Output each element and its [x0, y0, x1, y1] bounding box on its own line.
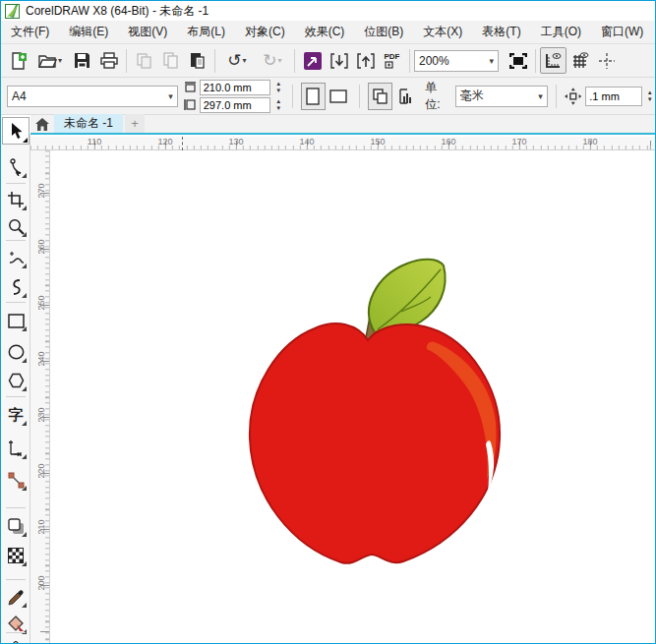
- tool-text[interactable]: 字: [3, 402, 29, 428]
- cut-button[interactable]: [131, 47, 157, 74]
- tool-connector[interactable]: [3, 467, 29, 493]
- nudge-offset-input[interactable]: [585, 87, 642, 106]
- portrait-orientation-button[interactable]: [301, 83, 326, 110]
- page-width-icon: [184, 82, 197, 92]
- export-button[interactable]: [352, 47, 379, 74]
- apple-drawing[interactable]: [51, 151, 656, 644]
- tool-pick[interactable]: [2, 117, 30, 145]
- page-width-spinner[interactable]: ▲▼: [273, 81, 284, 94]
- search-content-button[interactable]: [299, 47, 326, 74]
- new-document-tab-button[interactable]: +: [125, 114, 145, 133]
- ruler-guide-marker: [182, 137, 183, 150]
- fullscreen-preview-icon: [509, 53, 527, 69]
- menu-view[interactable]: 视图(V): [118, 21, 177, 43]
- menu-effects[interactable]: 效果(C): [295, 21, 355, 43]
- menu-window[interactable]: 窗口(W): [591, 21, 653, 43]
- toolbox-separator: [6, 183, 26, 184]
- menu-object[interactable]: 对象(C): [235, 21, 295, 43]
- new-document-button[interactable]: [5, 47, 31, 74]
- tool-transparency[interactable]: [3, 543, 29, 568]
- cut-icon: [136, 52, 152, 69]
- redo-button[interactable]: ↻ ▾: [255, 47, 290, 74]
- publish-to-pdf-button[interactable]: PDF: [379, 47, 405, 74]
- crop-tool-icon: [8, 192, 24, 207]
- undo-button[interactable]: ↺ ▾: [219, 47, 255, 74]
- toolbar-separator: [294, 49, 295, 73]
- print-button[interactable]: [95, 47, 122, 74]
- all-pages-button[interactable]: [368, 83, 392, 110]
- units-combobox[interactable]: 毫米 ▾: [455, 86, 548, 107]
- propbar-separator: [359, 85, 360, 108]
- show-grid-toggle[interactable]: [567, 47, 593, 74]
- standard-toolbar: ▾: [1, 44, 655, 78]
- horizontal-ruler[interactable]: 110 120 130 140 150 160 170 180: [30, 137, 656, 150]
- menu-table[interactable]: 表格(T): [472, 21, 530, 43]
- drawing-canvas[interactable]: [51, 151, 656, 644]
- hruler-label: 140: [299, 137, 314, 146]
- redo-icon: ↻: [263, 52, 276, 69]
- page-size-combobox[interactable]: A4 ▾: [7, 86, 178, 107]
- save-button[interactable]: [69, 47, 95, 74]
- toolbox-separator: [6, 302, 26, 303]
- vertical-ruler[interactable]: 270 260 250 240 230 220 210 200: [30, 150, 50, 644]
- menu-bar: 文件(F) 编辑(E) 视图(V) 布局(L) 对象(C) 效果(C) 位图(B…: [1, 21, 655, 44]
- toolbox-separator: [6, 240, 26, 241]
- save-icon: [74, 52, 90, 69]
- undo-icon: ↺: [227, 52, 241, 69]
- toolbox: 字: [1, 135, 30, 644]
- tool-polygon[interactable]: [3, 368, 29, 393]
- vruler-label: 230: [36, 405, 46, 425]
- apple-leaf[interactable]: [369, 260, 446, 334]
- open-button[interactable]: ▾: [31, 47, 69, 74]
- apple-body[interactable]: [250, 323, 500, 563]
- eyedropper-icon: [8, 589, 25, 606]
- toolbox-separator: [6, 507, 26, 508]
- tool-rectangle[interactable]: [3, 308, 29, 333]
- pdf-icon: PDF: [385, 53, 400, 69]
- menu-tools[interactable]: 工具(O): [531, 21, 591, 43]
- page-height-input[interactable]: [200, 97, 270, 113]
- tool-zoom[interactable]: [3, 213, 29, 239]
- tool-parallel-dimension[interactable]: [3, 436, 29, 461]
- pick-tool-icon: [9, 123, 24, 140]
- zoom-level-combobox[interactable]: 200% ▾: [414, 50, 499, 72]
- menu-file[interactable]: 文件(F): [1, 21, 59, 43]
- nudge-spinner[interactable]: ▲▼: [644, 89, 655, 103]
- go-home-button[interactable]: [30, 115, 54, 133]
- tool-artistic-media[interactable]: [3, 274, 29, 300]
- tool-crop[interactable]: [3, 187, 29, 212]
- all-pages-icon: [372, 88, 388, 104]
- hruler-label: 180: [582, 137, 597, 146]
- smart-fill-tool-icon: [8, 641, 25, 644]
- show-rulers-toggle[interactable]: [540, 47, 567, 74]
- document-tab-bar: 未命名 -1 +: [30, 115, 656, 135]
- menu-edit[interactable]: 编辑(E): [59, 21, 118, 43]
- show-guidelines-toggle[interactable]: [593, 47, 620, 74]
- vruler-label: 240: [36, 349, 46, 369]
- hruler-label: 150: [370, 137, 385, 146]
- tool-drop-shadow[interactable]: [3, 513, 29, 539]
- fullscreen-preview-button[interactable]: [505, 47, 531, 74]
- connector-tool-icon: [8, 472, 25, 489]
- copy-icon: [162, 52, 179, 69]
- menu-text[interactable]: 文本(X): [413, 21, 472, 43]
- import-button[interactable]: [326, 47, 352, 74]
- redo-dropdown-arrow: ▾: [278, 56, 282, 65]
- page-width-input[interactable]: [200, 80, 270, 95]
- menu-layout[interactable]: 布局(L): [177, 21, 235, 43]
- landscape-orientation-button[interactable]: [326, 83, 350, 110]
- guidelines-icon: [598, 52, 616, 70]
- artistic-media-tool-icon: [9, 278, 24, 296]
- toolbar-separator: [126, 49, 127, 73]
- paste-button[interactable]: [184, 47, 210, 74]
- document-tab-active[interactable]: 未命名 -1: [54, 114, 123, 133]
- tool-color-eyedropper[interactable]: [3, 584, 29, 610]
- page-height-spinner[interactable]: ▲▼: [273, 98, 284, 112]
- tool-ellipse[interactable]: [3, 339, 29, 365]
- current-page-button[interactable]: [392, 83, 417, 110]
- tool-shape[interactable]: [3, 154, 29, 180]
- tool-smart-fill[interactable]: [3, 636, 29, 644]
- copy-button[interactable]: [157, 47, 184, 74]
- menu-bitmaps[interactable]: 位图(B): [354, 21, 413, 43]
- tool-freehand[interactable]: [3, 245, 29, 270]
